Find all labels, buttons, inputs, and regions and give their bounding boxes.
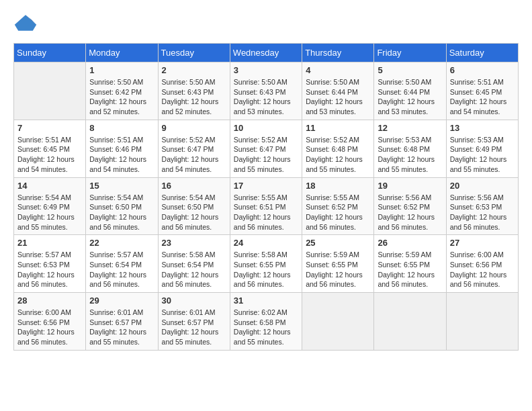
daylight-text: Daylight: 12 hours and 56 minutes. [162, 213, 219, 231]
sunset-text: Sunset: 6:47 PM [234, 145, 286, 153]
sunset-text: Sunset: 6:53 PM [17, 261, 70, 269]
calendar-cell: 26 Sunrise: 5:59 AM Sunset: 6:55 PM Dayl… [374, 235, 446, 293]
calendar-cell [446, 293, 518, 351]
calendar-cell: 5 Sunrise: 5:50 AM Sunset: 6:44 PM Dayli… [374, 62, 446, 120]
daylight-text: Daylight: 12 hours and 54 minutes. [450, 97, 507, 116]
sunrise-text: Sunrise: 5:56 AM [378, 193, 431, 201]
daylight-text: Daylight: 12 hours and 53 minutes. [306, 97, 363, 116]
sunrise-text: Sunrise: 5:59 AM [306, 250, 359, 259]
sunset-text: Sunset: 6:56 PM [450, 261, 502, 269]
svg-marker-0 [15, 15, 36, 30]
calendar-cell [14, 62, 86, 120]
calendar-cell: 19 Sunrise: 5:56 AM Sunset: 6:52 PM Dayl… [374, 177, 446, 235]
sunset-text: Sunset: 6:45 PM [450, 88, 502, 96]
day-number: 23 [162, 238, 226, 248]
calendar-cell: 11 Sunrise: 5:52 AM Sunset: 6:48 PM Dayl… [302, 120, 374, 177]
sunrise-text: Sunrise: 6:01 AM [162, 308, 216, 316]
daylight-text: Daylight: 12 hours and 56 minutes. [450, 271, 507, 289]
day-number: 16 [162, 181, 226, 191]
sunrise-text: Sunrise: 5:52 AM [162, 136, 216, 144]
sunrise-text: Sunrise: 6:00 AM [450, 250, 504, 259]
day-info: Sunrise: 6:02 AM Sunset: 6:58 PM Dayligh… [234, 308, 298, 347]
daylight-text: Daylight: 12 hours and 56 minutes. [234, 271, 291, 289]
sunset-text: Sunset: 6:57 PM [89, 318, 142, 326]
calendar-cell: 20 Sunrise: 5:56 AM Sunset: 6:53 PM Dayl… [446, 177, 518, 235]
day-number: 14 [17, 181, 82, 191]
sunset-text: Sunset: 6:54 PM [162, 261, 214, 269]
calendar-cell: 2 Sunrise: 5:50 AM Sunset: 6:43 PM Dayli… [158, 62, 230, 120]
header-thursday: Thursday [302, 44, 374, 62]
day-number: 25 [306, 238, 370, 248]
header-monday: Monday [86, 44, 158, 62]
calendar-cell: 8 Sunrise: 5:51 AM Sunset: 6:46 PM Dayli… [86, 120, 158, 177]
day-number: 5 [378, 65, 442, 75]
sunrise-text: Sunrise: 5:50 AM [234, 78, 287, 86]
sunrise-text: Sunrise: 5:50 AM [378, 78, 431, 86]
day-number: 12 [378, 123, 442, 133]
day-number: 4 [306, 65, 370, 75]
day-info: Sunrise: 5:51 AM Sunset: 6:46 PM Dayligh… [89, 135, 154, 175]
day-info: Sunrise: 5:51 AM Sunset: 6:45 PM Dayligh… [17, 135, 82, 175]
calendar-cell: 23 Sunrise: 5:58 AM Sunset: 6:54 PM Dayl… [158, 235, 230, 293]
header-friday: Friday [374, 44, 446, 62]
daylight-text: Daylight: 12 hours and 55 minutes. [378, 155, 435, 173]
sunset-text: Sunset: 6:52 PM [306, 203, 358, 211]
calendar-cell: 1 Sunrise: 5:50 AM Sunset: 6:42 PM Dayli… [86, 62, 158, 120]
day-info: Sunrise: 5:58 AM Sunset: 6:54 PM Dayligh… [162, 250, 226, 289]
daylight-text: Daylight: 12 hours and 55 minutes. [162, 328, 219, 346]
day-info: Sunrise: 5:54 AM Sunset: 6:50 PM Dayligh… [162, 193, 226, 232]
week-row-5: 28 Sunrise: 6:00 AM Sunset: 6:56 PM Dayl… [14, 293, 519, 351]
daylight-text: Daylight: 12 hours and 52 minutes. [89, 97, 146, 116]
calendar-cell: 30 Sunrise: 6:01 AM Sunset: 6:57 PM Dayl… [158, 293, 230, 351]
header-wednesday: Wednesday [230, 44, 302, 62]
daylight-text: Daylight: 12 hours and 56 minutes. [306, 271, 363, 289]
sunset-text: Sunset: 6:54 PM [89, 261, 142, 269]
sunset-text: Sunset: 6:47 PM [162, 145, 214, 153]
sunrise-text: Sunrise: 6:02 AM [234, 308, 287, 316]
day-info: Sunrise: 5:53 AM Sunset: 6:48 PM Dayligh… [378, 135, 442, 175]
daylight-text: Daylight: 12 hours and 55 minutes. [234, 155, 291, 173]
sunrise-text: Sunrise: 5:50 AM [162, 78, 216, 86]
sunrise-text: Sunrise: 5:53 AM [378, 136, 431, 144]
daylight-text: Daylight: 12 hours and 54 minutes. [17, 155, 75, 173]
daylight-text: Daylight: 12 hours and 55 minutes. [234, 328, 291, 346]
sunset-text: Sunset: 6:50 PM [89, 203, 142, 211]
day-number: 15 [89, 181, 154, 191]
sunset-text: Sunset: 6:56 PM [17, 318, 70, 326]
sunset-text: Sunset: 6:49 PM [17, 203, 70, 211]
sunrise-text: Sunrise: 5:55 AM [234, 193, 287, 201]
day-info: Sunrise: 5:53 AM Sunset: 6:49 PM Dayligh… [450, 135, 515, 175]
day-info: Sunrise: 5:54 AM Sunset: 6:49 PM Dayligh… [17, 193, 82, 232]
sunset-text: Sunset: 6:44 PM [378, 88, 430, 96]
calendar-cell: 29 Sunrise: 6:01 AM Sunset: 6:57 PM Dayl… [86, 293, 158, 351]
daylight-text: Daylight: 12 hours and 56 minutes. [234, 213, 291, 231]
daylight-text: Daylight: 12 hours and 56 minutes. [89, 213, 146, 231]
day-number: 28 [17, 295, 82, 306]
daylight-text: Daylight: 12 hours and 56 minutes. [450, 213, 507, 231]
logo-icon [13, 13, 38, 32]
logo [13, 13, 40, 32]
sunset-text: Sunset: 6:58 PM [234, 318, 286, 326]
day-number: 2 [162, 65, 226, 75]
sunrise-text: Sunrise: 5:52 AM [234, 136, 287, 144]
calendar-cell: 28 Sunrise: 6:00 AM Sunset: 6:56 PM Dayl… [14, 293, 86, 351]
week-row-2: 7 Sunrise: 5:51 AM Sunset: 6:45 PM Dayli… [14, 120, 519, 177]
day-number: 31 [234, 295, 298, 306]
daylight-text: Daylight: 12 hours and 55 minutes. [306, 155, 363, 173]
day-number: 9 [162, 123, 226, 133]
day-info: Sunrise: 5:50 AM Sunset: 6:43 PM Dayligh… [162, 77, 226, 117]
day-number: 3 [234, 65, 298, 75]
daylight-text: Daylight: 12 hours and 53 minutes. [234, 97, 291, 116]
day-info: Sunrise: 5:52 AM Sunset: 6:47 PM Dayligh… [234, 135, 298, 175]
sunrise-text: Sunrise: 5:54 AM [17, 193, 71, 201]
sunset-text: Sunset: 6:46 PM [89, 145, 142, 153]
calendar-cell [302, 293, 374, 351]
sunrise-text: Sunrise: 5:58 AM [162, 250, 216, 259]
day-info: Sunrise: 5:54 AM Sunset: 6:50 PM Dayligh… [89, 193, 154, 232]
sunrise-text: Sunrise: 5:51 AM [17, 136, 71, 144]
day-info: Sunrise: 5:51 AM Sunset: 6:45 PM Dayligh… [450, 77, 515, 117]
daylight-text: Daylight: 12 hours and 56 minutes. [306, 213, 363, 231]
sunrise-text: Sunrise: 5:54 AM [89, 193, 143, 201]
daylight-text: Daylight: 12 hours and 54 minutes. [89, 155, 146, 173]
day-number: 27 [450, 238, 515, 248]
